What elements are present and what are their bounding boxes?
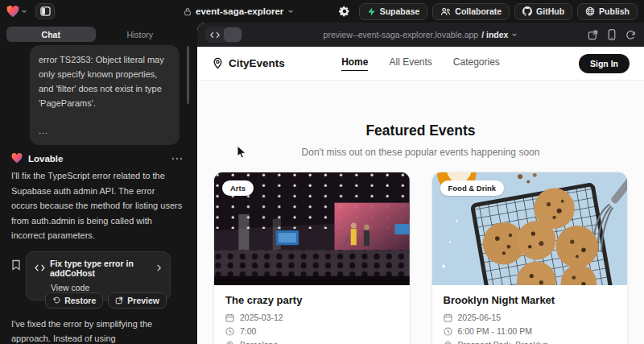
event-card-brooklyn-market[interactable]: Food & Drink Brooklyn Night Market 2025-… xyxy=(431,172,629,344)
chevron-down-icon xyxy=(511,31,518,38)
site-nav: Home All Events Categories xyxy=(197,56,644,71)
event-time: 7:00 xyxy=(240,326,256,336)
preview-toolbar: preview--event-saga-explorer.lovable.app… xyxy=(197,23,644,47)
publish-label: Publish xyxy=(599,6,630,16)
user-message-bubble: error TS2353: Object literal may only sp… xyxy=(30,45,180,145)
collaborate-label: Collaborate xyxy=(455,6,502,16)
preview-url-bar[interactable]: preview--event-saga-explorer.lovable.app… xyxy=(205,30,636,39)
hero-section: Featured Events Don't miss out on these … xyxy=(197,122,644,158)
event-location-row: Barcelone xyxy=(225,340,398,344)
assistant-message-header: Lovable xyxy=(11,153,183,164)
project-name-menu[interactable]: event-saga-explorer xyxy=(184,0,294,23)
chat-history-tabs: Chat History xyxy=(6,27,184,42)
event-time-row: 7:00 xyxy=(225,326,398,336)
map-pin-icon xyxy=(225,341,234,344)
calendar-icon xyxy=(444,313,452,322)
lovable-heart-icon xyxy=(6,6,19,18)
more-options-icon[interactable] xyxy=(171,157,183,160)
preview-panel: preview--event-saga-explorer.lovable.app… xyxy=(197,23,644,344)
sidebar-toggle-button[interactable] xyxy=(35,3,55,19)
event-time: 6:00 PM - 11:00 PM xyxy=(458,326,533,336)
preview-button[interactable]: Preview xyxy=(108,292,167,309)
preview-label: Preview xyxy=(127,296,159,305)
code-icon xyxy=(35,264,45,271)
supabase-label: Supabase xyxy=(380,6,420,16)
event-date: 2025-03-12 xyxy=(240,313,283,322)
tab-history[interactable]: History xyxy=(96,27,185,42)
open-preview-icon xyxy=(115,296,123,305)
supabase-bolt-icon xyxy=(367,7,376,16)
preview-route: / index xyxy=(481,30,508,39)
restore-icon xyxy=(52,296,60,305)
bookmark-icon[interactable] xyxy=(11,259,21,271)
assistant-paragraph-1: I'll fix the TypeScript error related to… xyxy=(11,168,183,243)
event-cards: Arts The crazy party 2025-03-12 xyxy=(197,172,644,344)
github-label: GitHub xyxy=(536,6,564,16)
sign-in-button[interactable]: Sign In xyxy=(579,54,630,73)
lovable-logo-menu[interactable] xyxy=(6,6,27,18)
event-image-conference: Arts xyxy=(214,172,410,285)
typing-indicator: ... xyxy=(39,123,171,138)
calendar-icon xyxy=(225,313,234,322)
assistant-name: Lovable xyxy=(28,154,166,164)
chat-sidebar: Chat History error TS2353: Object litera… xyxy=(0,23,191,344)
category-badge: Arts xyxy=(222,180,254,196)
event-location-row: Prospect Park, Brooklyn xyxy=(444,340,617,344)
globe-icon xyxy=(585,6,595,16)
event-card-crazy-party[interactable]: Arts The crazy party 2025-03-12 xyxy=(213,172,411,344)
people-icon xyxy=(440,7,451,16)
app-window: event-saga-explorer Supabase xyxy=(0,0,644,344)
collaborate-button[interactable]: Collaborate xyxy=(432,3,510,20)
category-badge: Food & Drink xyxy=(440,180,505,196)
supabase-button[interactable]: Supabase xyxy=(359,3,428,20)
publish-button[interactable]: Publish xyxy=(577,3,638,20)
clock-icon xyxy=(225,327,234,336)
event-date-row: 2025-06-15 xyxy=(444,313,617,322)
event-title: Brooklyn Night Market xyxy=(444,294,617,306)
event-time-row: 6:00 PM - 11:00 PM xyxy=(444,326,617,336)
gear-icon xyxy=(339,6,350,17)
refresh-button[interactable] xyxy=(625,30,636,40)
code-view-toggle[interactable] xyxy=(205,27,242,43)
map-pin-icon xyxy=(444,341,452,344)
event-image-cookies: Food & Drink xyxy=(432,172,628,285)
restore-label: Restore xyxy=(64,296,96,305)
hero-title: Featured Events xyxy=(197,122,644,139)
view-code-link[interactable]: View code xyxy=(51,283,162,292)
nav-all-events[interactable]: All Events xyxy=(389,56,431,71)
event-location: Prospect Park, Brooklyn xyxy=(458,340,549,344)
preview-url: preview--event-saga-explorer.lovable.app xyxy=(324,30,479,39)
chevron-right-icon xyxy=(156,264,162,271)
chevron-down-icon xyxy=(287,8,294,15)
chat-scrollbar[interactable] xyxy=(187,46,189,104)
lock-icon xyxy=(184,7,192,16)
open-in-new-tab-button[interactable] xyxy=(588,30,598,40)
paragraph-2-text: I've fixed the error by simplifying the … xyxy=(11,319,152,344)
site-viewport: CityEvents Home All Events Categories Si… xyxy=(197,47,644,344)
clock-icon xyxy=(444,327,452,336)
hero-subtitle: Don't miss out on these popular events h… xyxy=(197,147,644,158)
user-message-text: error TS2353: Object literal may only sp… xyxy=(39,52,171,110)
lovable-heart-icon xyxy=(11,153,23,164)
settings-button[interactable] xyxy=(335,2,354,20)
tool-call-title: Fix type type error in addCoHost xyxy=(50,259,151,278)
github-icon xyxy=(522,6,532,16)
top-bar: event-saga-explorer Supabase xyxy=(0,0,644,23)
event-date: 2025-06-15 xyxy=(458,313,502,322)
nav-categories[interactable]: Categories xyxy=(453,56,500,71)
toggle-knob xyxy=(224,27,242,42)
restore-button[interactable]: Restore xyxy=(45,292,103,309)
chevron-down-icon xyxy=(21,8,27,15)
code-icon xyxy=(206,27,224,42)
panel-layout-icon xyxy=(40,6,51,16)
tab-chat[interactable]: Chat xyxy=(6,27,96,42)
assistant-paragraph-2: I've fixed the error by simplifying the … xyxy=(11,317,183,344)
nav-home[interactable]: Home xyxy=(341,56,368,71)
site-header: CityEvents Home All Events Categories Si… xyxy=(197,47,644,81)
event-title: The crazy party xyxy=(225,294,398,306)
event-location: Barcelone xyxy=(240,340,278,344)
project-name-label: event-saga-explorer xyxy=(196,6,283,16)
github-button[interactable]: GitHub xyxy=(514,3,572,20)
mobile-view-button[interactable] xyxy=(608,29,616,40)
event-date-row: 2025-03-12 xyxy=(225,313,398,322)
